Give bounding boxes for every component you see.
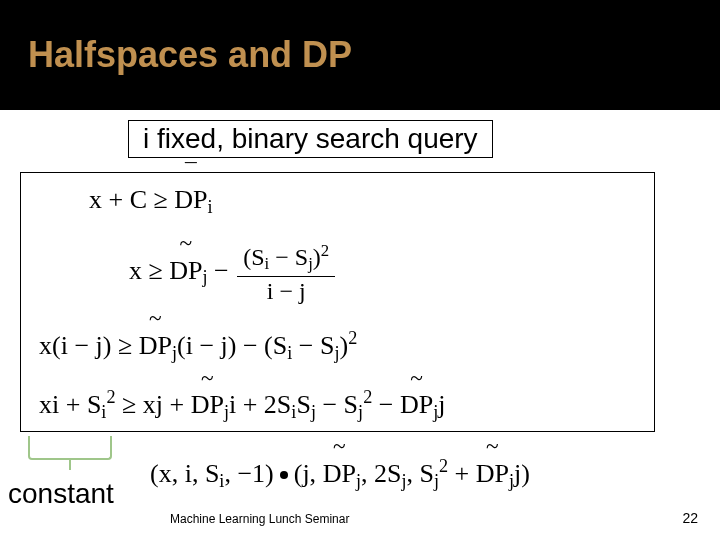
dp-tilde: DP [139,331,172,361]
dot-icon [280,471,288,479]
slide: Halfspaces and DP i fixed, binary search… [0,0,720,540]
page-number: 22 [682,510,698,526]
dp-tilde: DP [169,256,202,286]
constant-label: constant [8,478,114,510]
math-box: x + C ≥ DPi x ≥ DPj − (Si − Sj)2i − j x(… [20,172,655,432]
slide-title: Halfspaces and DP [28,34,352,76]
title-bar: Halfspaces and DP [0,0,720,110]
dp-tilde: DP [400,390,433,420]
dp-tilde: DP [191,390,224,420]
equation-line-4: xi + Si2 ≥ xj + DPji + 2SiSj − Sj2 − DPj… [39,387,636,423]
dp-tilde: DP [476,459,509,489]
constant-bracket [28,436,112,460]
equation-line-2: x ≥ DPj − (Si − Sj)2i − j [39,241,636,304]
equation-line-1: x + C ≥ DPi [39,185,636,218]
query-box: i fixed, binary search query [128,120,493,158]
dp-bar: DP [174,185,207,215]
fraction: (Si − Sj)2i − j [237,241,335,304]
footer-text: Machine Learning Lunch Seminar [170,512,349,526]
equation-line-3: x(i − j) ≥ DPj(i − j) − (Si − Sj)2 [39,328,636,364]
dp-tilde: DP [323,459,356,489]
dot-product-line: (x, i, Si, −1)(j, DPj, 2Sj, Sj2 + DPjj) [150,456,530,492]
